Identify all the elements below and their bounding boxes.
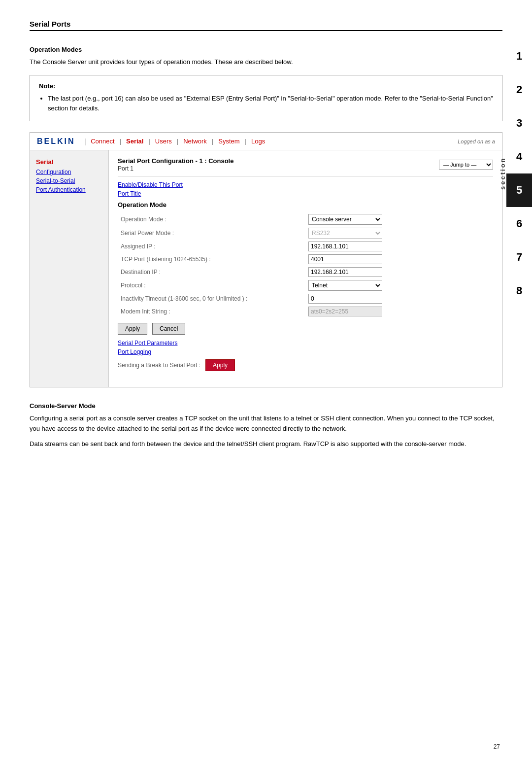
nav-links: Connect | Serial | Users | Network | Sys… (88, 137, 268, 146)
router-main: Serial Port Configuration - 1 : Console … (109, 150, 502, 387)
router-body: Serial Configuration Serial-to-Serial Po… (30, 150, 502, 387)
page-number: 27 (494, 743, 500, 750)
apply-button[interactable]: Apply (118, 323, 147, 335)
break-row: Sending a Break to Serial Port : Apply (118, 359, 493, 371)
inactivity-timeout-input[interactable] (308, 294, 382, 304)
field-serial-power-mode: Serial Power Mode : RS232 (118, 226, 493, 240)
nav-connect[interactable]: Connect (88, 137, 117, 146)
operation-modes-title: Operation Modes (30, 46, 502, 53)
field-inactivity-timeout: Inactivity Timeout (1-3600 sec, 0 for Un… (118, 292, 493, 305)
field-assigned-ip: Assigned IP : (118, 240, 493, 253)
serial-port-params-link[interactable]: Serial Port Parameters (118, 340, 493, 346)
note-bullet: The last port (e.g., port 16) can also b… (48, 94, 493, 114)
enable-disable-link[interactable]: Enable/Disable This Port (118, 181, 493, 188)
section-num-5: 5 (506, 173, 532, 207)
config-header: Serial Port Configuration - 1 : Console … (118, 157, 493, 176)
operation-mode-select[interactable]: Console server (308, 214, 382, 225)
break-apply-button[interactable]: Apply (205, 359, 235, 371)
sidebar-port-auth-link[interactable]: Port Authentication (36, 186, 102, 193)
note-box: Note: The last port (e.g., port 16) can … (30, 75, 502, 122)
note-title: Note: (39, 82, 493, 90)
section-num-3: 3 (506, 106, 532, 140)
nav-users[interactable]: Users (152, 137, 175, 146)
apply-cancel-row: Apply Cancel (118, 323, 493, 335)
modem-init-input[interactable] (308, 307, 382, 316)
nav-serial[interactable]: Serial (123, 137, 146, 146)
field-protocol: Protocol : Telnet (118, 278, 493, 292)
field-assigned-ip-label: Assigned IP : (118, 240, 305, 253)
field-operation-mode-value[interactable]: Console server (305, 212, 493, 226)
field-destination-ip: Destination IP : (118, 266, 493, 278)
field-tcp-port-value[interactable] (305, 253, 493, 266)
protocol-select[interactable]: Telnet (308, 280, 382, 291)
section-num-2: 2 (506, 73, 532, 106)
field-tcp-port-label: TCP Port (Listening 1024-65535) : (118, 253, 305, 266)
config-title: Serial Port Configuration - 1 : Console (118, 157, 233, 165)
nav-system[interactable]: System (215, 137, 242, 146)
field-modem-init-label: Modem Init String : (118, 305, 305, 318)
assigned-ip-input[interactable] (308, 242, 382, 251)
field-assigned-ip-value[interactable] (305, 240, 493, 253)
field-protocol-value[interactable]: Telnet (305, 278, 493, 292)
section-num-6: 6 (506, 207, 532, 241)
config-subtitle: Port 1 (118, 165, 133, 172)
console-server-title: Console-Server Mode (30, 402, 502, 410)
field-tcp-port: TCP Port (Listening 1024-65535) : (118, 253, 493, 266)
page-title: Serial Ports (30, 20, 502, 28)
port-logging-link[interactable]: Port Logging (118, 348, 493, 355)
tcp-port-input[interactable] (308, 254, 382, 264)
operation-modes-desc: The Console Server unit provides four ty… (30, 57, 502, 67)
field-destination-ip-label: Destination IP : (118, 266, 305, 278)
field-modem-init-string: Modem Init String : (118, 305, 493, 318)
field-inactivity-label: Inactivity Timeout (1-3600 sec, 0 for Un… (118, 292, 305, 305)
sidebar-serial-link[interactable]: Serial (36, 158, 102, 166)
field-serial-power-value[interactable]: RS232 (305, 226, 493, 240)
router-frame: BELKIN | Connect | Serial | Users | Netw… (30, 132, 502, 387)
field-operation-mode: Operation Mode : Console server (118, 212, 493, 226)
console-server-desc2: Data streams can be sent back and forth … (30, 439, 502, 449)
section-num-4: 4 (506, 140, 532, 173)
jump-to-select[interactable]: — Jump to — (439, 160, 493, 170)
belkin-nav: BELKIN | Connect | Serial | Users | Netw… (30, 133, 502, 150)
field-serial-power-label: Serial Power Mode : (118, 226, 305, 240)
field-operation-mode-label: Operation Mode : (118, 212, 305, 226)
config-title-block: Serial Port Configuration - 1 : Console … (118, 157, 233, 172)
config-form-table: Operation Mode : Console server Serial P… (118, 212, 493, 318)
field-destination-ip-value[interactable] (305, 266, 493, 278)
nav-logs[interactable]: Logs (248, 137, 268, 146)
sidebar-serial-to-serial-link[interactable]: Serial-to-Serial (36, 177, 102, 184)
destination-ip-input[interactable] (308, 267, 382, 277)
field-inactivity-value[interactable] (305, 292, 493, 305)
break-label: Sending a Break to Serial Port : (118, 362, 200, 369)
section-num-7: 7 (506, 241, 532, 274)
field-modem-init-value[interactable] (305, 305, 493, 318)
field-protocol-label: Protocol : (118, 278, 305, 292)
serial-power-mode-select[interactable]: RS232 (308, 228, 382, 239)
console-server-desc1: Configuring a serial port as a console s… (30, 414, 502, 434)
section-num-8: 8 (506, 274, 532, 308)
section-numbers: 1 2 3 4 5 6 7 8 (506, 39, 532, 308)
belkin-logo: BELKIN (37, 137, 75, 146)
nav-logged-in: Logged on as a (458, 138, 495, 144)
page-header: Serial Ports (30, 20, 502, 31)
router-sidebar: Serial Configuration Serial-to-Serial Po… (30, 150, 109, 387)
section-label: section (499, 39, 506, 308)
nav-divider: | (85, 138, 87, 145)
sidebar-configuration-link[interactable]: Configuration (36, 169, 102, 175)
cancel-button[interactable]: Cancel (152, 323, 185, 335)
port-title-link[interactable]: Port Title (118, 190, 493, 197)
nav-network[interactable]: Network (180, 137, 210, 146)
operation-mode-section-title: Operation Mode (118, 201, 493, 208)
section-num-1: 1 (506, 39, 532, 73)
